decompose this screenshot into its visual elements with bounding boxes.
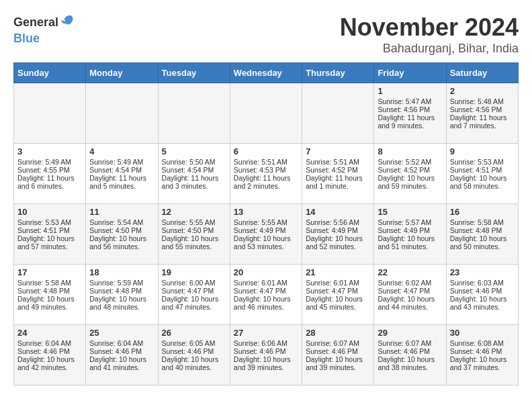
day-info: Daylight: 10 hours and 53 minutes.	[234, 234, 298, 250]
day-info: Sunrise: 5:48 AM	[450, 97, 515, 105]
day-info: Sunset: 4:52 PM	[306, 166, 370, 174]
day-info: Sunset: 4:54 PM	[162, 166, 226, 174]
day-info: Sunset: 4:48 PM	[89, 287, 154, 295]
day-number: 26	[162, 328, 226, 338]
day-number: 5	[162, 146, 226, 156]
header-thursday: Thursday	[302, 63, 374, 83]
week-row-2: 3Sunrise: 5:49 AMSunset: 4:55 PMDaylight…	[14, 144, 519, 204]
day-info: Sunrise: 5:57 AM	[378, 218, 442, 226]
calendar-cell: 3Sunrise: 5:49 AMSunset: 4:55 PMDaylight…	[14, 144, 86, 204]
day-info: Sunset: 4:56 PM	[378, 105, 442, 113]
day-info: Daylight: 10 hours and 47 minutes.	[162, 295, 226, 311]
day-info: Daylight: 10 hours and 57 minutes.	[17, 234, 82, 250]
day-info: Daylight: 10 hours and 49 minutes.	[17, 295, 82, 311]
month-title: November 2024	[340, 13, 519, 42]
location: Bahadurganj, Bihar, India	[340, 42, 519, 56]
week-row-1: 1Sunrise: 5:47 AMSunset: 4:56 PMDaylight…	[14, 83, 519, 144]
day-number: 14	[306, 207, 370, 217]
day-info: Sunrise: 6:02 AM	[378, 279, 442, 287]
day-info: Daylight: 10 hours and 40 minutes.	[162, 355, 226, 371]
calendar-cell: 22Sunrise: 6:02 AMSunset: 4:47 PMDayligh…	[374, 265, 446, 325]
day-info: Sunset: 4:49 PM	[378, 226, 442, 234]
calendar-cell: 20Sunrise: 6:01 AMSunset: 4:47 PMDayligh…	[230, 265, 302, 325]
calendar-cell: 13Sunrise: 5:55 AMSunset: 4:49 PMDayligh…	[230, 204, 302, 265]
day-number: 17	[17, 267, 82, 277]
calendar-cell: 7Sunrise: 5:51 AMSunset: 4:52 PMDaylight…	[302, 144, 374, 204]
day-number: 10	[17, 207, 82, 217]
calendar-cell: 8Sunrise: 5:52 AMSunset: 4:52 PMDaylight…	[374, 144, 446, 204]
calendar-table: SundayMondayTuesdayWednesdayThursdayFrid…	[13, 62, 519, 385]
day-number: 18	[89, 267, 154, 277]
day-info: Sunrise: 6:01 AM	[306, 279, 370, 287]
day-info: Sunrise: 6:04 AM	[17, 339, 82, 347]
day-info: Sunset: 4:48 PM	[450, 226, 515, 234]
calendar-cell: 29Sunrise: 6:07 AMSunset: 4:46 PMDayligh…	[374, 325, 446, 385]
calendar-cell: 4Sunrise: 5:49 AMSunset: 4:54 PMDaylight…	[86, 144, 158, 204]
day-info: Daylight: 11 hours and 2 minutes.	[234, 174, 298, 190]
day-info: Sunrise: 5:54 AM	[89, 218, 154, 226]
day-info: Sunset: 4:46 PM	[450, 287, 515, 295]
day-number: 11	[89, 207, 154, 217]
day-info: Sunset: 4:47 PM	[162, 287, 226, 295]
calendar-cell: 5Sunrise: 5:50 AMSunset: 4:54 PMDaylight…	[158, 144, 230, 204]
day-number: 1	[378, 86, 442, 96]
day-info: Sunset: 4:46 PM	[162, 347, 226, 355]
day-info: Sunrise: 5:55 AM	[162, 218, 226, 226]
header-tuesday: Tuesday	[158, 63, 230, 83]
day-info: Sunrise: 6:01 AM	[234, 279, 298, 287]
day-info: Sunrise: 6:00 AM	[162, 279, 226, 287]
calendar-cell: 28Sunrise: 6:07 AMSunset: 4:46 PMDayligh…	[302, 325, 374, 385]
day-info: Sunset: 4:51 PM	[450, 166, 515, 174]
day-info: Daylight: 11 hours and 6 minutes.	[17, 174, 82, 190]
day-info: Sunrise: 5:49 AM	[17, 158, 82, 166]
day-number: 25	[89, 328, 154, 338]
day-info: Sunset: 4:51 PM	[17, 226, 82, 234]
day-number: 30	[450, 328, 515, 338]
day-info: Sunset: 4:50 PM	[162, 226, 226, 234]
day-number: 2	[450, 86, 515, 96]
week-row-3: 10Sunrise: 5:53 AMSunset: 4:51 PMDayligh…	[14, 204, 519, 265]
calendar-cell	[302, 83, 374, 144]
calendar-cell: 21Sunrise: 6:01 AMSunset: 4:47 PMDayligh…	[302, 265, 374, 325]
day-info: Daylight: 10 hours and 42 minutes.	[17, 355, 82, 371]
day-info: Sunset: 4:47 PM	[306, 287, 370, 295]
day-info: Sunrise: 5:50 AM	[162, 158, 226, 166]
logo-blue: Blue	[13, 32, 75, 46]
day-info: Daylight: 10 hours and 39 minutes.	[306, 355, 370, 371]
day-info: Daylight: 10 hours and 46 minutes.	[234, 295, 298, 311]
day-info: Daylight: 11 hours and 1 minute.	[306, 174, 370, 190]
day-info: Sunrise: 6:06 AM	[234, 339, 298, 347]
day-info: Sunset: 4:53 PM	[234, 166, 298, 174]
day-info: Sunset: 4:47 PM	[234, 287, 298, 295]
day-info: Daylight: 11 hours and 7 minutes.	[450, 113, 515, 130]
calendar-cell: 15Sunrise: 5:57 AMSunset: 4:49 PMDayligh…	[374, 204, 446, 265]
day-number: 9	[450, 146, 515, 156]
day-info: Daylight: 11 hours and 5 minutes.	[89, 174, 154, 190]
calendar-cell: 24Sunrise: 6:04 AMSunset: 4:46 PMDayligh…	[14, 325, 86, 385]
day-info: Daylight: 11 hours and 9 minutes.	[378, 113, 442, 130]
calendar-cell: 11Sunrise: 5:54 AMSunset: 4:50 PMDayligh…	[86, 204, 158, 265]
day-info: Sunset: 4:54 PM	[89, 166, 154, 174]
day-info: Sunset: 4:50 PM	[89, 226, 154, 234]
day-info: Daylight: 10 hours and 39 minutes.	[234, 355, 298, 371]
day-info: Daylight: 10 hours and 48 minutes.	[89, 295, 154, 311]
page-header: General Blue November 2024 Bahadurganj, …	[13, 13, 519, 56]
day-number: 6	[234, 146, 298, 156]
day-info: Sunrise: 5:49 AM	[89, 158, 154, 166]
day-info: Sunrise: 5:58 AM	[450, 218, 515, 226]
day-info: Daylight: 10 hours and 44 minutes.	[378, 295, 442, 311]
calendar-cell: 27Sunrise: 6:06 AMSunset: 4:46 PMDayligh…	[230, 325, 302, 385]
day-info: Sunrise: 6:07 AM	[378, 339, 442, 347]
calendar-cell	[230, 83, 302, 144]
day-number: 27	[234, 328, 298, 338]
calendar-cell: 16Sunrise: 5:58 AMSunset: 4:48 PMDayligh…	[446, 204, 518, 265]
day-number: 29	[378, 328, 442, 338]
day-info: Sunrise: 5:56 AM	[306, 218, 370, 226]
calendar-cell: 23Sunrise: 6:03 AMSunset: 4:46 PMDayligh…	[446, 265, 518, 325]
day-info: Daylight: 10 hours and 58 minutes.	[450, 174, 515, 190]
day-info: Sunrise: 5:59 AM	[89, 279, 154, 287]
logo: General Blue	[13, 13, 75, 46]
day-info: Sunset: 4:55 PM	[17, 166, 82, 174]
calendar-cell: 2Sunrise: 5:48 AMSunset: 4:56 PMDaylight…	[446, 83, 518, 144]
title-block: November 2024 Bahadurganj, Bihar, India	[340, 13, 519, 56]
